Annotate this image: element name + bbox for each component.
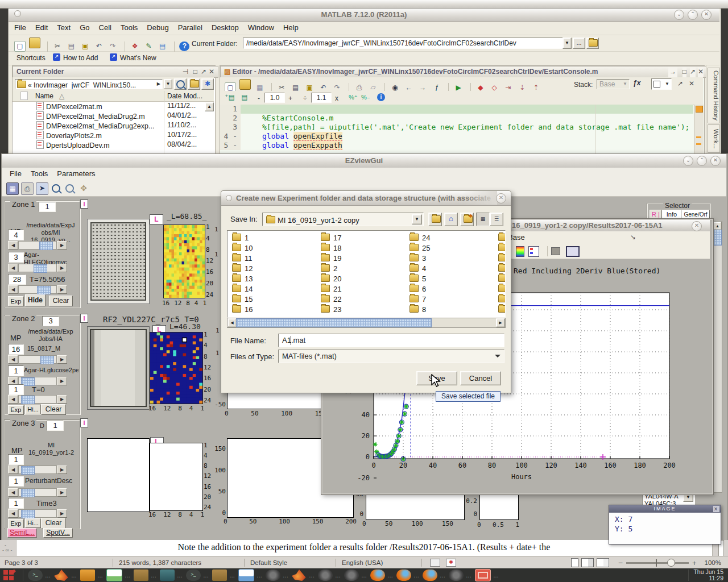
- info-icon[interactable]: i: [377, 93, 385, 101]
- zone3-slider-2[interactable]: ◀▶: [8, 488, 67, 497]
- menu-item-debug[interactable]: Debug: [147, 23, 168, 32]
- folder-item[interactable]: 21: [321, 284, 406, 294]
- scrollbar-thumb[interactable]: [713, 230, 722, 246]
- folder-item-clipped[interactable]: [498, 253, 506, 264]
- zone2-hide-button[interactable]: Hi...: [25, 405, 41, 414]
- zone2-clear-button[interactable]: Clear: [41, 404, 66, 415]
- zone1-exp-button[interactable]: Exp: [8, 296, 24, 306]
- folder-item[interactable]: 14: [232, 284, 317, 294]
- insert-image-icon[interactable]: [566, 246, 580, 257]
- simulink-icon[interactable]: ❖: [130, 41, 140, 51]
- heatmap-zone2[interactable]: [150, 332, 203, 404]
- plate-image-zone1[interactable]: [87, 219, 150, 304]
- current-folder-panel-title[interactable]: Current Folder ⊣ □ ↗ ✕: [13, 66, 218, 78]
- scroll-up-icon[interactable]: ▲: [205, 102, 214, 111]
- files-of-type-dropdown[interactable]: MAT-files (*.mat): [278, 350, 504, 363]
- dialog-titlebar[interactable]: Create new Experiment folder and data st…: [221, 191, 511, 206]
- document-text[interactable]: Note the addition to the experiment fold…: [16, 540, 712, 556]
- folder-name[interactable]: 13: [245, 275, 253, 283]
- menu-item-window[interactable]: Window: [248, 23, 274, 32]
- legend-icon[interactable]: [528, 246, 539, 257]
- plate-image-zone2[interactable]: [87, 326, 150, 410]
- zoom-in-icon[interactable]: +: [692, 559, 697, 567]
- folder-name[interactable]: 17: [333, 234, 341, 242]
- undock-icon[interactable]: ↗: [201, 66, 206, 77]
- file-name[interactable]: DMPexcel2mat_MediaDrug2exp...: [46, 122, 154, 130]
- scroll-right-icon[interactable]: ▶: [496, 318, 505, 327]
- maximize-button[interactable]: ⌃: [697, 156, 707, 166]
- search-icon[interactable]: [174, 78, 187, 90]
- file-row[interactable]: DoverlayPlots2.m10/17/2...: [13, 130, 214, 140]
- zone3-hide-button[interactable]: Hi...: [25, 518, 41, 528]
- image-window-titlebar[interactable]: IMAGE X: [609, 505, 721, 513]
- taskbar-icon-calc[interactable]: [106, 569, 122, 581]
- zone3-exp-button[interactable]: Exp: [8, 519, 24, 529]
- folder-name[interactable]: 12: [245, 264, 253, 273]
- folder-name[interactable]: 5: [422, 275, 426, 283]
- folder-name[interactable]: 20: [333, 275, 341, 283]
- zone1-field2[interactable]: 3: [8, 252, 24, 263]
- brush-icon[interactable]: [551, 247, 560, 255]
- redo-icon[interactable]: ↷: [107, 41, 118, 51]
- folder-item[interactable]: 24: [410, 233, 495, 243]
- semilog-button[interactable]: SemiL...: [7, 528, 37, 538]
- undock-icon[interactable]: ↗: [690, 66, 696, 77]
- zoom-in-icon[interactable]: [52, 184, 60, 194]
- percent-minus-icon[interactable]: %₋: [361, 94, 370, 101]
- taskbar-icon-matlab[interactable]: [292, 569, 307, 581]
- zoom-out-icon[interactable]: −: [618, 558, 623, 567]
- taskbar-icon-folder2[interactable]: [134, 569, 148, 581]
- folder-item[interactable]: 1: [232, 233, 317, 243]
- zone3-i-button[interactable]: I: [80, 418, 88, 427]
- folder-name[interactable]: 11: [245, 254, 253, 263]
- matlab-titlebar[interactable]: MATLAB 7.12.0 (R2011a) ⌄ ⌃ ✕: [9, 9, 719, 22]
- folder-name[interactable]: 6: [422, 285, 426, 293]
- list-view-toggle[interactable]: ☰: [490, 213, 503, 226]
- whatsnew-icon[interactable]: ↗: [110, 53, 117, 61]
- taskbar-icon-folder[interactable]: [80, 569, 95, 581]
- zone1-index-field[interactable]: 1: [39, 202, 56, 212]
- zoom-slider[interactable]: [626, 562, 689, 564]
- dock-icon[interactable]: →: [668, 66, 677, 77]
- clock[interactable]: Thu Jun 15 11:29: [693, 569, 723, 581]
- pan-icon[interactable]: ✥: [78, 182, 89, 194]
- close-panel-icon[interactable]: ✕: [698, 66, 704, 77]
- zone1-clear-button[interactable]: Clear: [49, 296, 73, 306]
- folder-name[interactable]: 18: [333, 244, 341, 252]
- line-number[interactable]: 4 -: [220, 132, 241, 141]
- taskbar-icon-teal[interactable]: [160, 569, 175, 581]
- folder-item[interactable]: 6: [410, 284, 495, 294]
- folder-item-clipped[interactable]: [498, 264, 506, 274]
- taskbar-icon-firefox[interactable]: [423, 569, 437, 581]
- menu-item-tools[interactable]: Tools: [121, 23, 138, 32]
- horizontal-scrollbar[interactable]: ◀ ▶: [227, 318, 506, 328]
- fx-indicator-icon[interactable]: ƒx: [633, 79, 640, 87]
- name-column-header[interactable]: Name: [35, 92, 53, 100]
- zone3-clear-button[interactable]: Clear: [41, 518, 66, 529]
- page-indicator[interactable]: Page 3 of 3: [5, 559, 113, 566]
- folder-item-clipped[interactable]: [498, 233, 506, 243]
- edit-plot-icon[interactable]: ➤: [36, 182, 48, 195]
- taskbar-icon-dot[interactable]: [449, 569, 464, 581]
- folder-item[interactable]: 12: [232, 264, 317, 274]
- insert-cell-icon[interactable]: ⁺▤: [225, 93, 235, 102]
- colorbar-icon[interactable]: [516, 246, 524, 257]
- zone1-i-button[interactable]: I: [80, 199, 88, 209]
- percent-plus-icon[interactable]: %⁺: [349, 94, 358, 101]
- folder-item[interactable]: 18: [321, 243, 406, 253]
- paragraph-style[interactable]: Default Style: [250, 559, 336, 566]
- shortcut-how-to-add[interactable]: How to Add: [63, 54, 98, 62]
- decrease-label[interactable]: -: [258, 94, 260, 102]
- taskbar-icon-firefox[interactable]: [370, 569, 385, 581]
- zone2-index-field[interactable]: 3: [42, 316, 59, 326]
- line-number[interactable]: 1: [220, 105, 241, 114]
- zone1-l-button[interactable]: L: [150, 214, 163, 225]
- zone2-slider-3[interactable]: ◀▶: [8, 395, 67, 404]
- line-number[interactable]: 3: [220, 123, 241, 132]
- folder-name[interactable]: 24: [422, 234, 430, 242]
- zone3-slider-3[interactable]: ◀▶: [8, 509, 67, 518]
- folder-item[interactable]: 16: [232, 305, 317, 315]
- zone3-field3[interactable]: 1: [8, 498, 24, 509]
- close-icon[interactable]: X: [713, 506, 719, 512]
- folder-item[interactable]: 19: [321, 253, 406, 264]
